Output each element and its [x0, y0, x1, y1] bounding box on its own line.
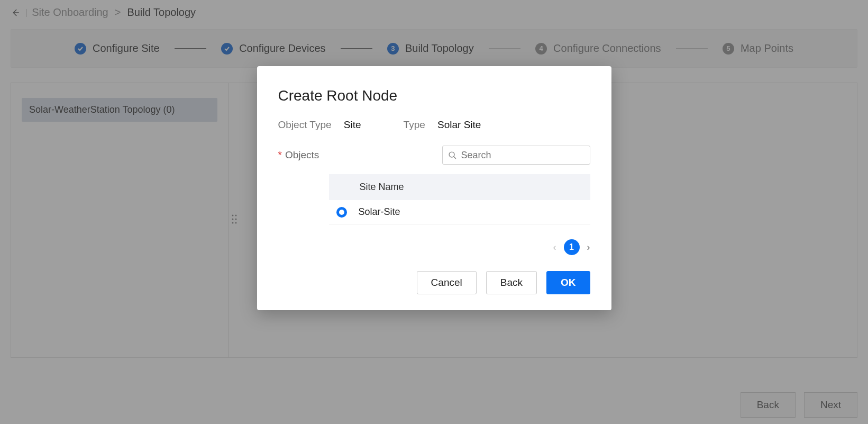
page-number[interactable]: 1 — [564, 239, 580, 255]
search-icon — [448, 151, 457, 160]
cancel-button[interactable]: Cancel — [417, 271, 477, 294]
column-header-site-name: Site Name — [329, 174, 590, 200]
radio-selected-icon[interactable] — [336, 207, 347, 218]
page-next-icon[interactable]: › — [587, 242, 590, 253]
objects-table: Site Name Solar-Site — [329, 174, 590, 224]
object-type-value: Site — [344, 119, 361, 130]
objects-label: *Objects — [278, 149, 319, 161]
create-root-node-modal: Create Root Node Object Type Site Type S… — [257, 66, 611, 310]
required-star-icon: * — [278, 149, 282, 160]
type-label: Type — [404, 119, 425, 130]
table-row[interactable]: Solar-Site — [329, 200, 590, 224]
pagination: ‹ 1 › — [278, 239, 590, 255]
modal-title: Create Root Node — [278, 87, 590, 104]
svg-line-7 — [453, 156, 455, 158]
site-name-cell: Solar-Site — [359, 206, 400, 218]
search-input[interactable] — [460, 149, 585, 161]
ok-button[interactable]: OK — [546, 271, 590, 294]
objects-label-text: Objects — [285, 149, 319, 160]
page-prev-icon[interactable]: ‹ — [553, 242, 556, 253]
objects-row: *Objects — [278, 146, 590, 165]
modal-overlay[interactable]: Create Root Node Object Type Site Type S… — [0, 0, 868, 424]
svg-point-6 — [449, 152, 454, 157]
type-value: Solar Site — [437, 119, 481, 130]
object-type-label: Object Type — [278, 119, 332, 130]
modal-meta-row: Object Type Site Type Solar Site — [278, 119, 590, 131]
search-box[interactable] — [442, 146, 590, 165]
modal-back-button[interactable]: Back — [486, 271, 537, 294]
modal-footer: Cancel Back OK — [278, 271, 590, 294]
